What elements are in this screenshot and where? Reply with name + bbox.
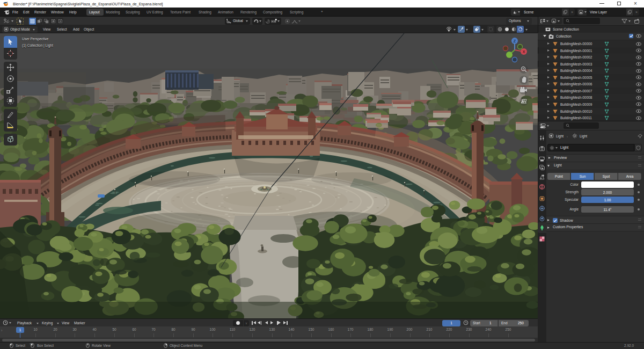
svg-text:X: X xyxy=(523,50,525,54)
svg-text:Z: Z xyxy=(514,39,516,43)
